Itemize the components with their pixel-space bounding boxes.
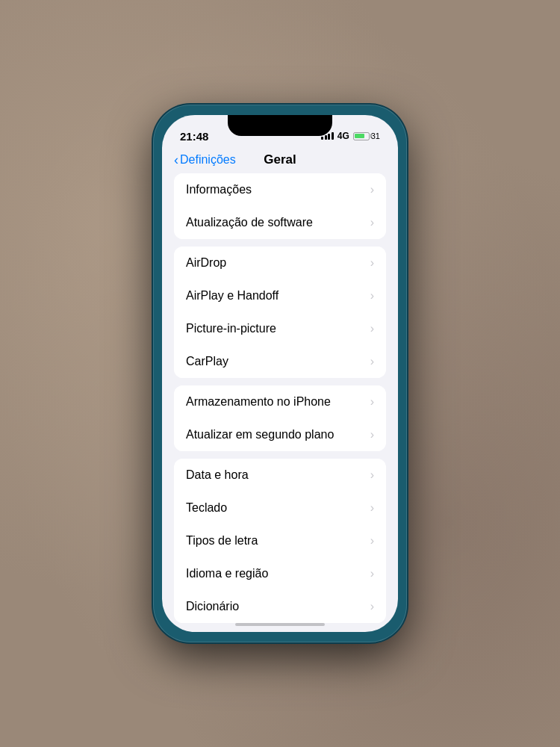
row-picture-in-picture-chevron: › (370, 322, 374, 335)
settings-content: Informações › Atualização de software › … (162, 173, 398, 623)
row-fonts[interactable]: Tipos de letra › (174, 524, 386, 557)
row-carplay[interactable]: CarPlay › (174, 345, 386, 378)
row-date-time-label: Data e hora (186, 468, 249, 482)
row-date-time[interactable]: Data e hora › (174, 459, 386, 492)
row-fonts-label: Tipos de letra (186, 534, 258, 548)
row-airplay-handoff[interactable]: AirPlay e Handoff › (174, 279, 386, 312)
row-airplay-handoff-chevron: › (370, 289, 374, 303)
row-airplay-handoff-label: AirPlay e Handoff (186, 289, 279, 303)
page-title: Geral (264, 152, 296, 167)
row-software-update-label: Atualização de software (186, 216, 313, 229)
row-airdrop[interactable]: AirDrop › (174, 247, 386, 279)
row-picture-in-picture[interactable]: Picture-in-picture › (174, 312, 386, 345)
section-4: Data e hora › Teclado › Tipos de letra ›… (174, 459, 386, 623)
row-carplay-chevron: › (370, 355, 374, 368)
row-keyboard-label: Teclado (186, 501, 227, 515)
back-chevron-icon: ‹ (174, 153, 178, 167)
section-1: Informações › Atualização de software › (174, 173, 386, 239)
battery-container: 31 (353, 131, 380, 140)
row-dictionary[interactable]: Dicionário › (174, 590, 386, 623)
row-airdrop-label: AirDrop (186, 256, 226, 270)
section-2: AirDrop › AirPlay e Handoff › Picture-in… (174, 247, 386, 378)
battery-level: 31 (371, 131, 380, 140)
row-storage[interactable]: Armazenamento no iPhone › (174, 385, 386, 418)
row-info-chevron: › (370, 183, 374, 196)
back-button[interactable]: ‹ Definições (174, 153, 236, 167)
status-right: 4G 31 (321, 131, 380, 141)
phone-frame: 21:48 4G 31 ‹ (153, 105, 407, 642)
row-software-update-chevron: › (370, 216, 374, 229)
row-dictionary-label: Dicionário (186, 600, 239, 613)
row-language-region[interactable]: Idioma e região › (174, 557, 386, 590)
row-airdrop-chevron: › (370, 256, 374, 270)
row-background-update-chevron: › (370, 428, 374, 441)
row-keyboard-chevron: › (370, 501, 374, 515)
row-date-time-chevron: › (370, 468, 374, 482)
row-dictionary-chevron: › (370, 600, 374, 613)
signal-bars (321, 132, 334, 140)
screen: 21:48 4G 31 ‹ (162, 115, 398, 632)
back-label: Definições (180, 153, 236, 167)
row-fonts-chevron: › (370, 534, 374, 548)
row-picture-in-picture-label: Picture-in-picture (186, 322, 276, 335)
row-language-region-chevron: › (370, 567, 374, 580)
network-label: 4G (337, 131, 349, 141)
section-3: Armazenamento no iPhone › Atualizar em s… (174, 385, 386, 451)
nav-bar: ‹ Definições Geral (162, 148, 398, 173)
row-info[interactable]: Informações › (174, 173, 386, 206)
row-storage-chevron: › (370, 395, 374, 409)
battery-icon (353, 132, 370, 140)
row-background-update-label: Atualizar em segundo plano (186, 428, 334, 441)
home-indicator (162, 623, 398, 632)
phone-inner: 21:48 4G 31 ‹ (162, 115, 398, 632)
home-bar (235, 623, 325, 626)
row-background-update[interactable]: Atualizar em segundo plano › (174, 418, 386, 451)
status-time: 21:48 (180, 130, 208, 143)
row-carplay-label: CarPlay (186, 355, 228, 368)
row-keyboard[interactable]: Teclado › (174, 492, 386, 524)
row-info-label: Informações (186, 183, 252, 196)
row-software-update[interactable]: Atualização de software › (174, 206, 386, 239)
row-language-region-label: Idioma e região (186, 567, 268, 580)
row-storage-label: Armazenamento no iPhone (186, 395, 331, 409)
status-bar: 21:48 4G 31 (162, 115, 398, 148)
battery-fill (355, 134, 364, 138)
